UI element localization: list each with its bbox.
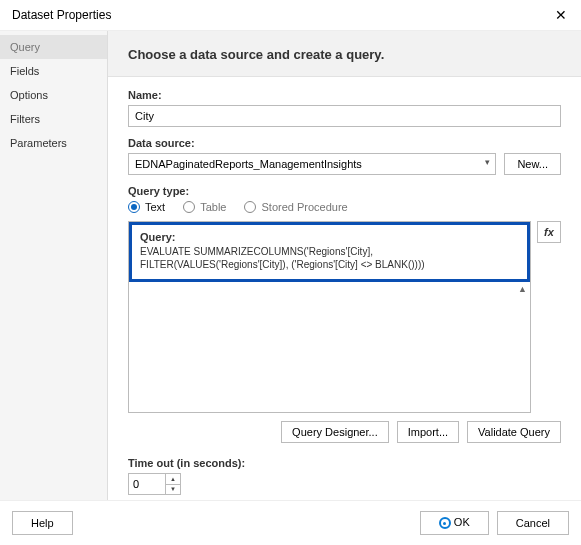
query-scroll-area[interactable]: ▲ [129, 282, 530, 412]
radio-table[interactable]: Table [183, 201, 226, 213]
window-title: Dataset Properties [12, 8, 111, 22]
query-designer-button[interactable]: Query Designer... [281, 421, 389, 443]
radio-stored-procedure[interactable]: Stored Procedure [244, 201, 347, 213]
radio-text[interactable]: Text [128, 201, 165, 213]
sidebar-item-fields[interactable]: Fields [0, 59, 107, 83]
datasource-label: Data source: [128, 137, 561, 149]
ok-button[interactable]: OK [420, 511, 489, 535]
validate-query-button[interactable]: Validate Query [467, 421, 561, 443]
sidebar-item-options[interactable]: Options [0, 83, 107, 107]
spinner-up-icon[interactable]: ▲ [166, 474, 180, 485]
scroll-up-icon[interactable]: ▲ [518, 284, 527, 294]
radio-table-label: Table [200, 201, 226, 213]
ok-label: OK [454, 516, 470, 528]
new-datasource-button[interactable]: New... [504, 153, 561, 175]
page-header: Choose a data source and create a query. [108, 31, 581, 77]
radio-text-label: Text [145, 201, 165, 213]
close-icon[interactable]: ✕ [551, 7, 571, 23]
query-label: Query: [140, 231, 519, 243]
cancel-button[interactable]: Cancel [497, 511, 569, 535]
sidebar-item-query[interactable]: Query [0, 35, 107, 59]
timeout-label: Time out (in seconds): [128, 457, 561, 469]
sidebar-item-filters[interactable]: Filters [0, 107, 107, 131]
query-highlight: Query: EVALUATE SUMMARIZECOLUMNS('Region… [129, 222, 530, 282]
radio-icon [244, 201, 256, 213]
spinner-icon [439, 517, 451, 529]
querytype-label: Query type: [128, 185, 561, 197]
radio-icon [183, 201, 195, 213]
timeout-input[interactable] [129, 474, 165, 494]
expression-button[interactable]: fx [537, 221, 561, 243]
import-button[interactable]: Import... [397, 421, 459, 443]
name-label: Name: [128, 89, 561, 101]
radio-sp-label: Stored Procedure [261, 201, 347, 213]
sidebar: Query Fields Options Filters Parameters [0, 31, 108, 500]
sidebar-item-parameters[interactable]: Parameters [0, 131, 107, 155]
spinner-down-icon[interactable]: ▼ [166, 485, 180, 495]
radio-icon [128, 201, 140, 213]
timeout-spinner[interactable]: ▲ ▼ [128, 473, 181, 495]
name-input[interactable] [128, 105, 561, 127]
help-button[interactable]: Help [12, 511, 73, 535]
datasource-select[interactable] [128, 153, 496, 175]
query-textarea[interactable]: EVALUATE SUMMARIZECOLUMNS('Regions'[City… [140, 246, 519, 271]
